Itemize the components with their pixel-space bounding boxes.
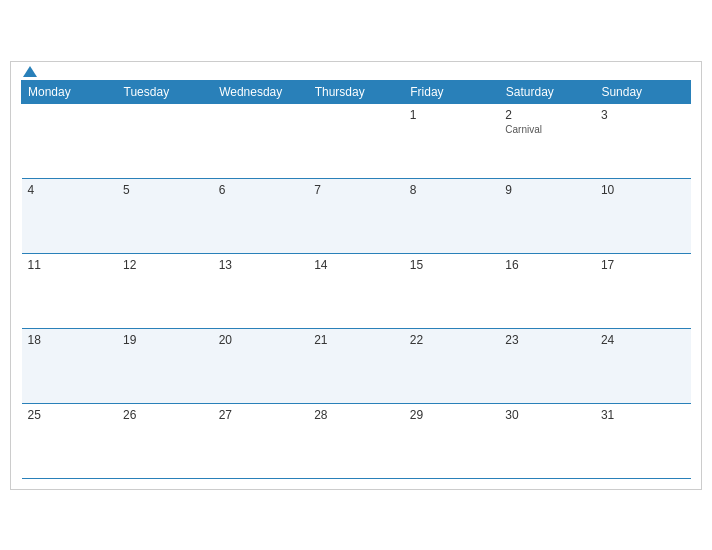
day-number: 21 — [314, 333, 398, 347]
day-number: 5 — [123, 183, 207, 197]
week-row-1: 12Carnival3 — [22, 103, 691, 178]
day-number: 3 — [601, 108, 685, 122]
calendar-cell: 18 — [22, 328, 118, 403]
calendar-cell: 19 — [117, 328, 213, 403]
weekday-header-monday: Monday — [22, 80, 118, 103]
calendar-cell: 12 — [117, 253, 213, 328]
calendar-cell — [308, 103, 404, 178]
day-number: 11 — [28, 258, 112, 272]
day-number: 26 — [123, 408, 207, 422]
day-number: 16 — [505, 258, 589, 272]
calendar-cell: 20 — [213, 328, 309, 403]
week-row-3: 11121314151617 — [22, 253, 691, 328]
calendar-cell: 29 — [404, 403, 500, 478]
weekday-header-saturday: Saturday — [499, 80, 595, 103]
calendar-cell: 24 — [595, 328, 691, 403]
weekday-header-row: MondayTuesdayWednesdayThursdayFridaySatu… — [22, 80, 691, 103]
day-number: 9 — [505, 183, 589, 197]
day-number: 28 — [314, 408, 398, 422]
day-number: 12 — [123, 258, 207, 272]
week-row-2: 45678910 — [22, 178, 691, 253]
calendar-cell: 3 — [595, 103, 691, 178]
day-number: 31 — [601, 408, 685, 422]
week-row-5: 25262728293031 — [22, 403, 691, 478]
day-number: 29 — [410, 408, 494, 422]
calendar-cell — [117, 103, 213, 178]
day-number: 13 — [219, 258, 303, 272]
calendar-cell — [213, 103, 309, 178]
calendar-cell: 7 — [308, 178, 404, 253]
calendar-cell: 9 — [499, 178, 595, 253]
day-number: 8 — [410, 183, 494, 197]
weekday-header-friday: Friday — [404, 80, 500, 103]
holiday-label: Carnival — [505, 124, 589, 135]
day-number: 19 — [123, 333, 207, 347]
day-number: 30 — [505, 408, 589, 422]
calendar-cell: 22 — [404, 328, 500, 403]
logo — [21, 66, 37, 77]
calendar-cell: 2Carnival — [499, 103, 595, 178]
calendar-cell: 10 — [595, 178, 691, 253]
calendar-container: MondayTuesdayWednesdayThursdayFridaySatu… — [10, 61, 702, 490]
calendar-cell: 30 — [499, 403, 595, 478]
calendar-cell: 6 — [213, 178, 309, 253]
day-number: 7 — [314, 183, 398, 197]
calendar-cell: 4 — [22, 178, 118, 253]
calendar-cell: 17 — [595, 253, 691, 328]
calendar-cell: 15 — [404, 253, 500, 328]
day-number: 17 — [601, 258, 685, 272]
weekday-header-sunday: Sunday — [595, 80, 691, 103]
day-number: 4 — [28, 183, 112, 197]
calendar-cell: 28 — [308, 403, 404, 478]
calendar-cell: 21 — [308, 328, 404, 403]
calendar-cell: 8 — [404, 178, 500, 253]
weekday-header-wednesday: Wednesday — [213, 80, 309, 103]
day-number: 24 — [601, 333, 685, 347]
calendar-cell — [22, 103, 118, 178]
weekday-header-tuesday: Tuesday — [117, 80, 213, 103]
calendar-cell: 14 — [308, 253, 404, 328]
day-number: 27 — [219, 408, 303, 422]
logo-triangle-icon — [23, 66, 37, 77]
day-number: 23 — [505, 333, 589, 347]
weekday-header-thursday: Thursday — [308, 80, 404, 103]
calendar-cell: 27 — [213, 403, 309, 478]
calendar-cell: 26 — [117, 403, 213, 478]
calendar-cell: 11 — [22, 253, 118, 328]
week-row-4: 18192021222324 — [22, 328, 691, 403]
calendar-cell: 25 — [22, 403, 118, 478]
calendar-cell: 13 — [213, 253, 309, 328]
day-number: 20 — [219, 333, 303, 347]
day-number: 2 — [505, 108, 589, 122]
day-number: 15 — [410, 258, 494, 272]
calendar-cell: 1 — [404, 103, 500, 178]
day-number: 1 — [410, 108, 494, 122]
calendar-cell: 16 — [499, 253, 595, 328]
calendar-cell: 23 — [499, 328, 595, 403]
day-number: 18 — [28, 333, 112, 347]
day-number: 25 — [28, 408, 112, 422]
calendar-cell: 5 — [117, 178, 213, 253]
calendar-grid: MondayTuesdayWednesdayThursdayFridaySatu… — [21, 80, 691, 479]
day-number: 6 — [219, 183, 303, 197]
calendar-cell: 31 — [595, 403, 691, 478]
day-number: 14 — [314, 258, 398, 272]
day-number: 10 — [601, 183, 685, 197]
day-number: 22 — [410, 333, 494, 347]
